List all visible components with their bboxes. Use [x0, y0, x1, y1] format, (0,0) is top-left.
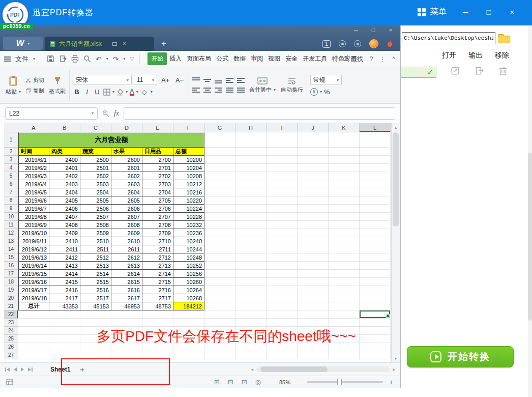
- cell[interactable]: [329, 245, 360, 253]
- data-cell[interactable]: 2710: [142, 237, 173, 245]
- data-cell[interactable]: 2403: [49, 180, 80, 188]
- cell[interactable]: [235, 335, 267, 343]
- cell[interactable]: [204, 310, 235, 319]
- cell[interactable]: [204, 335, 235, 343]
- row-header-21[interactable]: 21: [4, 302, 18, 310]
- prev-sheet-button[interactable]: [14, 367, 17, 372]
- user-avatar[interactable]: [369, 39, 378, 48]
- column-header-A[interactable]: A: [18, 123, 49, 132]
- data-cell[interactable]: 2019/6/9: [18, 221, 49, 229]
- cell[interactable]: [329, 237, 360, 245]
- header-cell[interactable]: 水果: [111, 148, 142, 156]
- page-break-view-icon[interactable]: ⊟: [228, 378, 233, 386]
- cell[interactable]: [204, 132, 235, 148]
- row-header-18[interactable]: 18: [4, 278, 18, 286]
- data-cell[interactable]: 2019/6/13: [18, 253, 49, 262]
- format-painter-button[interactable]: 格式刷: [46, 76, 68, 95]
- data-cell[interactable]: 2417: [49, 294, 80, 302]
- data-cell[interactable]: 2019/6/18: [18, 294, 49, 302]
- column-header-D[interactable]: D: [111, 123, 142, 132]
- print-icon[interactable]: [71, 55, 79, 63]
- data-cell[interactable]: 2703: [142, 180, 173, 188]
- cell[interactable]: [329, 180, 360, 188]
- cell[interactable]: [267, 196, 298, 205]
- cell[interactable]: [329, 351, 360, 359]
- ribbon-tab-1[interactable]: 开始: [147, 52, 167, 65]
- cell[interactable]: [329, 253, 360, 262]
- collapse-ribbon-icon[interactable]: ^: [392, 55, 395, 63]
- wps-close-button[interactable]: ×: [387, 27, 394, 33]
- cell[interactable]: [360, 335, 391, 343]
- column-header-F[interactable]: F: [173, 123, 204, 132]
- browse-folder-button[interactable]: [498, 33, 510, 43]
- underline-button[interactable]: U: [93, 88, 101, 96]
- cell[interactable]: [298, 294, 329, 302]
- cell[interactable]: [360, 302, 391, 310]
- cell[interactable]: [204, 294, 235, 302]
- cell[interactable]: [204, 156, 235, 164]
- data-cell[interactable]: 2515: [80, 278, 111, 286]
- cell[interactable]: [267, 205, 298, 213]
- cell[interactable]: [235, 343, 267, 351]
- data-cell[interactable]: 2414: [49, 270, 80, 278]
- more-menu-icon[interactable]: ⋮: [379, 55, 386, 63]
- vip-flame-icon[interactable]: [387, 40, 393, 48]
- cell[interactable]: [298, 327, 329, 335]
- total-cell[interactable]: 184212: [173, 302, 204, 310]
- currency-icon[interactable]: ¥: [310, 88, 318, 96]
- cell[interactable]: [360, 262, 391, 270]
- total-cell[interactable]: 总计: [18, 302, 49, 310]
- cell[interactable]: [329, 229, 360, 237]
- data-cell[interactable]: 2714: [142, 270, 173, 278]
- output-path-input[interactable]: [402, 32, 495, 44]
- cell[interactable]: [235, 229, 267, 237]
- cell[interactable]: [80, 335, 111, 343]
- font-name-select[interactable]: 宋体▾: [73, 75, 132, 85]
- percent-style-button[interactable]: %: [324, 88, 330, 96]
- cell[interactable]: [204, 237, 235, 245]
- zoom-slider[interactable]: [307, 381, 383, 383]
- cell[interactable]: [18, 343, 49, 351]
- cell[interactable]: [298, 196, 329, 205]
- row-header-23[interactable]: 23: [4, 319, 18, 327]
- data-cell[interactable]: 10212: [173, 180, 204, 188]
- chevron-down-icon[interactable]: ▾: [106, 56, 108, 61]
- cell[interactable]: [235, 245, 267, 253]
- cell[interactable]: [49, 335, 80, 343]
- wps-logo-button[interactable]: W ▾: [3, 37, 43, 50]
- cell[interactable]: [298, 205, 329, 213]
- cell[interactable]: [360, 180, 391, 188]
- header-cell[interactable]: 总额: [173, 148, 204, 156]
- remove-file-button[interactable]: [498, 66, 508, 75]
- column-header-J[interactable]: J: [298, 123, 329, 132]
- data-cell[interactable]: 2406: [49, 205, 80, 213]
- undo-icon[interactable]: ↶: [96, 55, 102, 63]
- cell[interactable]: [298, 237, 329, 245]
- wps-maximize-button[interactable]: □: [370, 27, 377, 33]
- data-cell[interactable]: 10264: [173, 286, 204, 294]
- cell[interactable]: [298, 278, 329, 286]
- data-cell[interactable]: 2501: [80, 164, 111, 172]
- cell[interactable]: [80, 319, 111, 327]
- close-button[interactable]: ×: [508, 6, 517, 19]
- cell[interactable]: [235, 310, 267, 319]
- data-cell[interactable]: 10232: [173, 221, 204, 229]
- row-header-19[interactable]: 19: [4, 286, 18, 294]
- data-cell[interactable]: 2613: [111, 262, 142, 270]
- row-header-6[interactable]: 6: [4, 180, 18, 188]
- cell[interactable]: [235, 294, 267, 302]
- data-cell[interactable]: 2609: [111, 229, 142, 237]
- pin-tab-icon[interactable]: [112, 42, 117, 46]
- row-header-8[interactable]: 8: [4, 196, 18, 205]
- data-cell[interactable]: 10220: [173, 196, 204, 205]
- cell[interactable]: [360, 213, 391, 221]
- table-title-cell[interactable]: 六月营业额: [18, 132, 204, 148]
- cell[interactable]: [360, 327, 391, 335]
- paste-button[interactable]: 粘贴▾: [3, 75, 23, 96]
- cell[interactable]: [111, 310, 142, 319]
- data-cell[interactable]: 2704: [142, 188, 173, 196]
- data-cell[interactable]: 2701: [142, 164, 173, 172]
- data-cell[interactable]: 10204: [173, 164, 204, 172]
- cell[interactable]: [173, 335, 204, 343]
- data-cell[interactable]: 2514: [80, 270, 111, 278]
